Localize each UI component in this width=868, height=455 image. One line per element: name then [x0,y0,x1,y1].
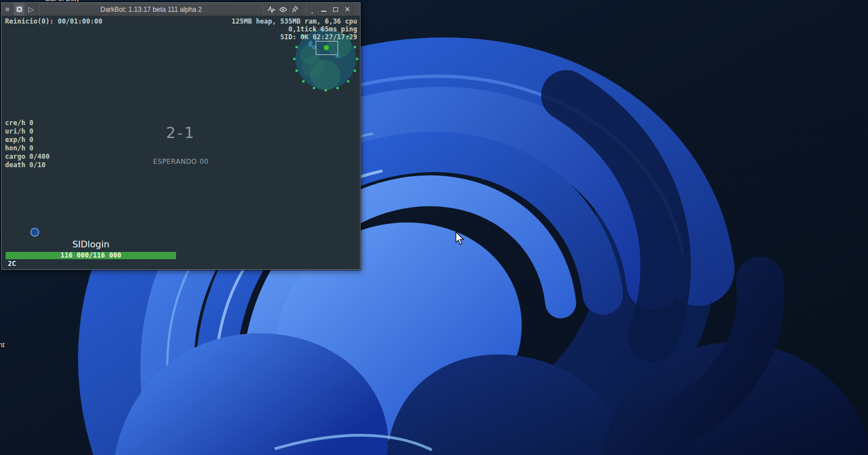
gear-icon [16,6,23,13]
menu-button[interactable]: ≡ [2,3,13,16]
titlebar[interactable]: ≡ ▷ DarkBot: 1.13.17 beta 111 alpha 2 [2,3,360,16]
dot-icon: . [311,7,313,15]
hp-value: 116 000/116 000 [61,252,121,259]
desktop: Call of Duty nt ≡ ▷ DarkBot: 1.13.17 bet… [0,0,868,455]
play-icon: ▷ [29,6,34,13]
ship-icon [30,228,39,237]
close-button[interactable]: ✕ [341,3,353,16]
maximize-icon [333,7,338,12]
minimize-button[interactable] [318,3,330,16]
stats-toggle-button[interactable] [265,3,277,16]
start-bot-button[interactable]: ▷ [25,3,37,16]
honor-per-hour: hon/h 0 [5,144,49,153]
pin-button[interactable] [289,3,301,16]
restart-timer: Reinicio(0): 00/01:00:00 [5,17,102,25]
tick-ping-stat: 0,1tick 65ms ping [232,25,357,33]
titlebar-gap [301,3,306,16]
visibility-button[interactable] [277,3,289,16]
hamburger-icon: ≡ [5,6,10,13]
window-title: DarkBot: 1.13.17 beta 111 alpha 2 [39,4,264,15]
pin-icon [292,6,298,13]
close-icon: ✕ [344,6,350,13]
tray-button[interactable]: . [306,3,318,16]
sid-status: SID: OK 02:27/17:29 [232,33,357,41]
window-title-text: DarkBot: 1.13.17 beta 111 alpha 2 [100,6,202,13]
map-name: 2-1 [2,124,360,141]
window-content: Reinicio(0): 00/01:00:00 125MB heap, 535… [2,16,360,269]
minimap-zone-blob [302,56,324,78]
darkbot-window: ≡ ▷ DarkBot: 1.13.17 beta 111 alpha 2 [1,2,361,270]
memory-cpu-stat: 125MB heap, 535MB ram, 6,36 cpu [232,17,357,25]
minimap-player-dot [324,45,329,50]
minimize-icon [321,11,326,12]
map-status: ESPERANDO 00 [2,158,360,166]
hero-name: SIDlogin [6,239,176,250]
config-indicator: 2C [8,260,16,268]
titlebar-end [353,3,360,16]
pulse-icon [267,6,275,13]
hp-bar: 116 000/116 000 [6,252,176,259]
system-stats: 125MB heap, 535MB ram, 6,36 cpu 0,1tick … [232,17,357,41]
minimap[interactable] [2,16,360,269]
maximize-button[interactable] [330,3,341,16]
desktop-icon-label-partial-left[interactable]: nt [0,341,4,349]
settings-button[interactable] [13,3,25,16]
eye-icon [279,7,287,12]
